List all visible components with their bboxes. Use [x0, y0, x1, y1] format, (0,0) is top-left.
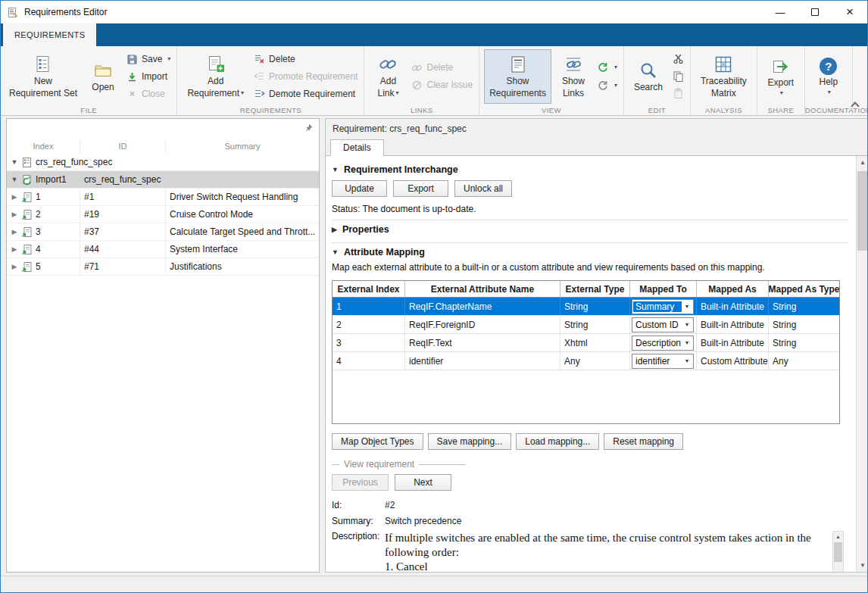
show-requirements-button[interactable]: Show Requirements	[484, 49, 551, 104]
show-links-icon	[564, 55, 583, 74]
scrollbar-thumb[interactable]	[834, 542, 842, 562]
section-expanded-icon: ▼	[332, 166, 339, 173]
minimize-icon: —	[776, 7, 785, 18]
add-requirement-caret-icon: ▾	[241, 90, 244, 96]
cell-mapped-as: Built-in Attribute	[701, 338, 764, 348]
delete-requirement-label: Delete	[269, 54, 295, 64]
export-caret-icon: ▾	[780, 90, 783, 96]
row-summary: Justifications	[170, 261, 222, 272]
details-tab-bar: Details	[326, 139, 868, 156]
copy-button[interactable]	[671, 70, 685, 82]
scroll-down-icon[interactable]: ▼	[857, 559, 868, 572]
mapped-to-dropdown[interactable]: identifier ▾	[632, 354, 694, 369]
load-mapping-button[interactable]: Load mapping...	[516, 433, 599, 450]
close-button[interactable]: ×	[832, 1, 867, 23]
tree-column-headers: Index ID Summary	[7, 138, 319, 154]
id-field: Id: #2	[332, 500, 856, 510]
summary-value: Switch precedence	[385, 516, 461, 526]
search-icon	[639, 61, 658, 80]
maximize-button[interactable]	[798, 1, 832, 23]
unlock-all-button[interactable]: Unlock all	[454, 180, 512, 197]
save-mapping-button[interactable]: Save mapping...	[428, 433, 512, 450]
cell-external-type: Any	[564, 356, 580, 367]
group-label-links: LINKS	[364, 106, 479, 114]
add-link-button[interactable]: Add Link▾	[369, 49, 407, 104]
export-document-button[interactable]: Export	[393, 180, 448, 197]
dropdown-caret-icon: ▾	[682, 303, 692, 310]
tab-details[interactable]: Details	[330, 139, 384, 156]
demote-requirement-button[interactable]: Demote Requirement	[252, 88, 357, 99]
tree-row[interactable]: ▶ 4 #44 System Interface	[7, 241, 319, 258]
pin-icon[interactable]	[304, 123, 314, 135]
header-mapped-as-type: Mapped As Type	[769, 281, 839, 297]
tree-row-import[interactable]: ▼ Import1 crs_req_func_spec	[7, 171, 319, 189]
expand-icon[interactable]: ▼	[11, 176, 18, 183]
paste-icon	[673, 88, 684, 99]
new-requirement-set-button[interactable]: New Requirement Set	[5, 49, 81, 104]
add-requirement-button[interactable]: Add Requirement▾	[182, 49, 249, 104]
requirement-icon	[21, 209, 33, 220]
map-object-types-button[interactable]: Map Object Types	[332, 433, 423, 450]
mapping-table-row[interactable]: 2 ReqIF.ForeignID String Custom ID ▾ Bui…	[333, 316, 839, 334]
description-scrollbar[interactable]: ▲ ▼	[832, 531, 844, 572]
open-button[interactable]: Open	[84, 49, 122, 104]
clear-issue-button: Clear Issue	[410, 80, 474, 91]
expand-icon[interactable]: ▼	[11, 158, 18, 166]
section-expanded-icon: ▼	[332, 248, 339, 256]
help-button[interactable]: ? Help ▾	[810, 49, 848, 104]
traceability-matrix-button[interactable]: Traceability Matrix	[695, 49, 752, 104]
update-button[interactable]: Update	[332, 180, 387, 197]
tree-row[interactable]: ▶ 3 #37 Calculate Target Speed and Throt…	[7, 223, 319, 241]
refresh-view-button[interactable]: ▾	[595, 61, 619, 73]
tab-requirements[interactable]: REQUIREMENTS	[3, 23, 96, 46]
expand-icon[interactable]: ▶	[11, 193, 18, 201]
title-bar: Requirements Editor — ×	[1, 1, 867, 23]
dropdown-caret-icon: ▾	[682, 357, 692, 364]
expand-icon[interactable]: ▶	[11, 211, 18, 218]
mapping-table-row[interactable]: 3 ReqIF.Text Xhtml Description ▾ Built-i…	[333, 334, 839, 352]
mapping-table-row[interactable]: 1 ReqIF.ChapterName String Summary ▾ Bui…	[333, 298, 839, 316]
tree-row[interactable]: ▶ 5 #71 Justifications	[7, 258, 319, 276]
mapped-to-dropdown[interactable]: Custom ID ▾	[632, 317, 694, 332]
next-button[interactable]: Next	[395, 474, 451, 491]
import-label: Import	[142, 71, 167, 82]
open-folder-icon	[93, 61, 113, 80]
details-scrollbar[interactable]: ▲ ▼	[856, 156, 868, 572]
scroll-up-icon[interactable]: ▲	[833, 532, 843, 542]
minimize-button[interactable]: —	[763, 1, 798, 23]
import-button[interactable]: Import	[125, 71, 169, 83]
save-mapping-label: Save mapping...	[437, 436, 503, 447]
expand-icon[interactable]: ▶	[11, 228, 18, 236]
mapped-to-dropdown[interactable]: Summary ▾	[632, 299, 694, 314]
tree-row-root[interactable]: ▼ crs_req_func_spec	[7, 154, 319, 171]
view-options-button[interactable]: ▾	[595, 80, 619, 92]
section-properties[interactable]: ▶ Properties	[332, 222, 856, 237]
cut-button[interactable]	[671, 53, 685, 64]
search-button[interactable]: Search	[629, 49, 668, 104]
mapping-table-header: External Index External Attribute Name E…	[333, 281, 839, 298]
cell-external-attribute-name: ReqIF.Text	[409, 338, 452, 348]
mapped-to-value: Summary	[633, 301, 682, 312]
section-requirement-interchange[interactable]: ▼ Requirement Interchange	[332, 162, 856, 177]
show-links-label-line2: Links	[563, 89, 584, 98]
reset-mapping-button[interactable]: Reset mapping	[604, 433, 683, 450]
save-button[interactable]: Save ▾	[125, 54, 172, 65]
import-node-icon	[21, 174, 33, 186]
scrollbar-thumb[interactable]	[857, 171, 868, 251]
delete-requirement-button[interactable]: Delete	[252, 53, 297, 64]
show-links-button[interactable]: Show Links	[554, 49, 592, 104]
mapped-to-dropdown[interactable]: Description ▾	[632, 336, 694, 351]
export-button[interactable]: Export ▾	[762, 49, 800, 104]
dropdown-caret-icon: ▾	[682, 339, 692, 346]
group-label-analysis: ANALYSIS	[691, 106, 757, 114]
summary-label: Summary:	[332, 516, 385, 526]
expand-icon[interactable]: ▶	[11, 245, 18, 253]
scroll-up-icon[interactable]: ▲	[857, 156, 868, 169]
tree-row[interactable]: ▶ 2 #19 Cruise Control Mode	[7, 206, 319, 223]
toolbar-group-edit: Search EDIT	[624, 46, 691, 115]
section-attribute-mapping[interactable]: ▼ Attribute Mapping	[332, 245, 856, 260]
expand-icon[interactable]: ▶	[11, 263, 18, 270]
tree-row[interactable]: ▶ 1 #1 Driver Switch Request Handling	[7, 189, 319, 206]
mapping-table-row[interactable]: 4 identifier Any identifier ▾ Custom Att…	[333, 352, 839, 370]
cell-mapped-as-type: Any	[773, 356, 788, 367]
